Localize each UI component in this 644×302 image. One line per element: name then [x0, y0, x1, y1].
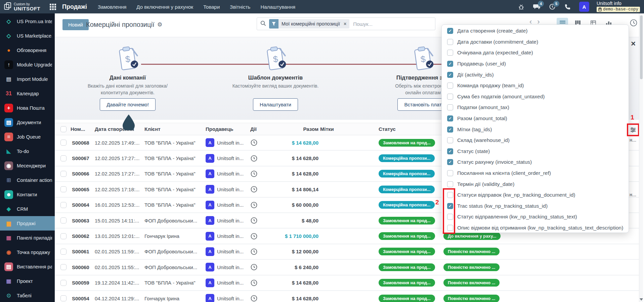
select-all-checkbox[interactable] — [60, 126, 67, 132]
sidebar-item[interactable]: ◣ To-do — [0, 144, 55, 158]
sidebar-item[interactable]: ▤ Import Module — [0, 72, 55, 86]
column-option-checkbox[interactable] — [447, 72, 453, 78]
sidebar-item[interactable]: ⊞ Container actions — [0, 173, 55, 187]
row-checkbox[interactable] — [60, 249, 67, 255]
column-option[interactable]: Статус рахунку (invoice_status) — [442, 157, 629, 168]
column-option[interactable]: Сума без податків (amount_untaxed) — [442, 91, 629, 102]
column-option-checkbox[interactable] — [447, 94, 453, 100]
activity-clock-icon[interactable] — [250, 201, 269, 209]
onboarding-step-button[interactable]: Налаштувати — [253, 98, 298, 111]
col-header-activities[interactable]: Дії — [250, 126, 269, 132]
col-header-status[interactable]: Статус — [375, 126, 440, 132]
bug-icon[interactable] — [517, 3, 525, 11]
activity-clock-icon[interactable] — [250, 186, 269, 193]
column-option[interactable]: Дата доставки (commitment_date) — [442, 37, 629, 48]
column-option-checkbox[interactable] — [447, 214, 453, 220]
top-menu-item[interactable]: Налаштування — [260, 4, 295, 10]
col-header-total[interactable]: Разом — [269, 126, 318, 132]
column-option[interactable]: Посилання на клієнта (client_order_ref) — [442, 168, 629, 179]
activity-clock-icon[interactable] — [250, 295, 269, 302]
sidebar-item[interactable]: ↑ Module Upgrade — [0, 57, 55, 72]
row-checkbox[interactable] — [60, 186, 67, 192]
remove-filter-icon[interactable]: × — [343, 21, 349, 27]
activity-clock-icon[interactable] — [250, 139, 269, 146]
column-option[interactable]: Дата створення (create_date) — [442, 26, 629, 37]
database-chip[interactable]: demo-base-copy — [597, 7, 640, 12]
onboarding-step-button[interactable]: Встановіть плат — [397, 98, 448, 111]
sidebar-item[interactable]: ☻ Контакти — [0, 187, 55, 202]
sidebar-item[interactable]: ◇ US Marketplace... — [0, 29, 55, 43]
table-row[interactable]: S00060 02.01.2025 11:55:... ФОП Добровол… — [55, 260, 640, 275]
column-option[interactable]: Статус (state) — [442, 146, 629, 157]
activity-clock-icon[interactable] — [250, 248, 269, 255]
column-option[interactable]: Мітки (tag_ids) — [442, 124, 629, 135]
column-option[interactable]: Статуси відправок (kw_np_tracking_docume… — [442, 190, 629, 201]
column-option[interactable]: Trac status (kw_np_tracking_status_id) — [442, 201, 629, 212]
row-checkbox[interactable] — [60, 155, 67, 161]
sidebar-item[interactable]: ◉ Месенджери — [0, 158, 55, 173]
column-option-checkbox[interactable] — [447, 225, 453, 231]
activities-clock-icon[interactable]: 5 — [548, 3, 556, 11]
column-option-checkbox[interactable] — [447, 61, 453, 67]
sidebar-item[interactable]: ▤ Документи — [0, 115, 55, 130]
col-header-seller[interactable]: Продавець — [206, 126, 250, 132]
onboarding-step-button[interactable]: Давайте почнемо! — [100, 98, 156, 111]
sidebar-item[interactable]: ⊙ Табелі — [0, 288, 55, 302]
column-option-checkbox[interactable] — [447, 115, 453, 121]
row-checkbox[interactable] — [60, 140, 67, 146]
sidebar-item[interactable]: ▤ Виставлення ра... — [0, 259, 55, 274]
scrollbar-thumb[interactable] — [640, 15, 643, 79]
optional-columns-toggle-button[interactable] — [627, 123, 639, 136]
column-option-checkbox[interactable] — [447, 203, 453, 209]
column-option-checkbox[interactable] — [447, 28, 453, 34]
column-option[interactable]: Статус відправлення (kw_np_tracking_stat… — [442, 211, 629, 222]
sidebar-item[interactable]: ▦ Проект — [0, 274, 55, 288]
column-option-checkbox[interactable] — [447, 181, 453, 187]
sidebar-item[interactable]: ◉ Точка продажу — [0, 245, 55, 259]
sidebar-item[interactable]: ▦ Панелі приладів — [0, 231, 55, 245]
column-option-checkbox[interactable] — [447, 137, 453, 143]
column-option-checkbox[interactable] — [447, 104, 453, 110]
messages-icon[interactable]: 4 — [533, 3, 541, 11]
column-option-checkbox[interactable] — [447, 148, 453, 154]
activity-view-icon[interactable] — [629, 18, 638, 28]
gear-icon[interactable]: ⚙ — [157, 21, 162, 28]
column-option-checkbox[interactable] — [447, 83, 453, 89]
phone-icon[interactable] — [564, 3, 572, 11]
row-checkbox[interactable] — [60, 233, 67, 239]
row-checkbox[interactable] — [60, 171, 67, 177]
col-header-date[interactable]: Дата створення — [95, 126, 144, 132]
activity-clock-icon[interactable] — [250, 170, 269, 178]
col-header-client[interactable]: Клієнт — [144, 126, 206, 132]
column-option[interactable]: Разом (amount_total) — [442, 113, 629, 124]
current-app-name[interactable]: Продажі — [62, 3, 87, 10]
user-avatar[interactable]: A — [579, 2, 589, 12]
col-header-tags[interactable]: Мітки — [318, 126, 375, 132]
activity-clock-icon[interactable] — [250, 233, 269, 240]
column-option-checkbox[interactable] — [447, 39, 453, 45]
column-option-checkbox[interactable] — [447, 159, 453, 165]
activity-clock-icon[interactable] — [250, 279, 269, 287]
search-input[interactable] — [352, 21, 432, 27]
row-checkbox[interactable] — [60, 264, 67, 270]
top-menu-item[interactable]: Замовлення — [98, 4, 126, 10]
sidebar-item[interactable]: 31 Календар — [0, 86, 55, 101]
top-menu-item[interactable]: До включення у рахунок — [136, 4, 193, 10]
column-option-checkbox[interactable] — [447, 192, 453, 198]
close-banner-icon[interactable]: × — [631, 40, 636, 48]
new-button[interactable]: Новий — [62, 19, 89, 30]
scrollbar-down-arrow[interactable] — [640, 298, 643, 301]
activity-clock-icon[interactable] — [250, 263, 269, 271]
column-option-checkbox[interactable] — [447, 50, 453, 56]
activity-clock-icon[interactable] — [250, 217, 269, 224]
column-option[interactable]: Очікувана дата (expected_date) — [442, 47, 629, 58]
column-option[interactable]: Опис відмови від отримання (kw_np_tracki… — [442, 222, 629, 234]
sidebar-item[interactable]: + Нова Пошта — [0, 101, 55, 115]
table-row[interactable]: S00054 04.12.2024 11:29:... Гончарук Іри… — [55, 291, 640, 302]
sidebar-item[interactable]: ◆ CRM — [0, 202, 55, 216]
table-row[interactable]: S00059 19.12.2024 11:42:... ТОВ "БПЛА - … — [55, 275, 640, 291]
sidebar-item[interactable]: ● Обговорення — [0, 43, 55, 57]
column-option-checkbox[interactable] — [447, 127, 453, 133]
column-option[interactable]: Команда продажу (team_id) — [442, 80, 629, 91]
column-option[interactable]: Склад (warehouse_id) — [442, 135, 629, 146]
